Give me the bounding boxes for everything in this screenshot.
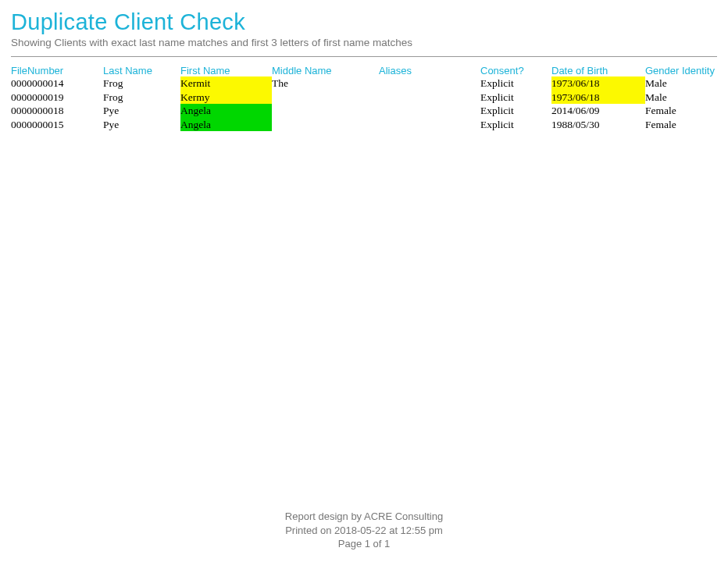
- page-subtitle: Showing Clients with exact last name mat…: [11, 37, 717, 48]
- cell-file-number: 0000000015: [11, 118, 103, 132]
- footer-design-credit: Report design by ACRE Consulting: [0, 510, 728, 524]
- header-divider: [11, 56, 717, 57]
- col-header-middle-name: Middle Name: [272, 65, 379, 76]
- cell-first-name: Angela: [180, 104, 272, 118]
- highlight-yellow: 1973/06/18: [551, 91, 645, 105]
- cell-first-name: Kermy: [180, 91, 272, 105]
- cell-last-name: Pye: [103, 104, 180, 118]
- cell-dob: 1973/06/18: [551, 91, 645, 105]
- cell-consent: Explicit: [480, 118, 551, 132]
- cell-first-name: Kermit: [180, 76, 272, 91]
- cell-middle-name: The: [272, 76, 379, 91]
- table-row: 0000000014FrogKermitTheExplicit1973/06/1…: [11, 76, 717, 91]
- duplicate-client-table: FileNumber Last Name First Name Middle N…: [0, 65, 728, 131]
- cell-last-name: Frog: [103, 91, 180, 105]
- cell-file-number: 0000000014: [11, 76, 103, 91]
- cell-last-name: Frog: [103, 76, 180, 91]
- table-header-row: FileNumber Last Name First Name Middle N…: [11, 65, 717, 76]
- cell-dob: 1988/05/30: [551, 118, 645, 132]
- table-row: 0000000019FrogKermyExplicit1973/06/18Mal…: [11, 91, 717, 105]
- col-header-dob: Date of Birth: [551, 65, 645, 76]
- col-header-gender: Gender Identity: [645, 65, 723, 76]
- cell-first-name: Angela: [180, 118, 272, 132]
- table-row: 0000000015PyeAngelaExplicit1988/05/30Fem…: [11, 118, 717, 132]
- cell-file-number: 0000000018: [11, 104, 103, 118]
- cell-last-name: Pye: [103, 118, 180, 132]
- cell-dob: 2014/06/09: [551, 104, 645, 118]
- cell-consent: Explicit: [480, 91, 551, 105]
- col-header-aliases: Aliases: [379, 65, 480, 76]
- col-header-last-name: Last Name: [103, 65, 180, 76]
- highlight-yellow: Kermy: [180, 91, 272, 105]
- cell-gender: Female: [645, 104, 723, 118]
- highlight-green: Angela: [180, 118, 272, 132]
- col-header-file-number: FileNumber: [11, 65, 103, 76]
- table-row: 0000000018PyeAngelaExplicit2014/06/09Fem…: [11, 104, 717, 118]
- cell-consent: Explicit: [480, 76, 551, 91]
- cell-consent: Explicit: [480, 104, 551, 118]
- cell-gender: Female: [645, 118, 723, 132]
- page-title: Duplicate Client Check: [11, 9, 717, 35]
- table-body: 0000000014FrogKermitTheExplicit1973/06/1…: [11, 76, 717, 131]
- highlight-yellow: 1973/06/18: [551, 76, 645, 91]
- highlight-yellow: Kermit: [180, 76, 272, 91]
- report-footer: Report design by ACRE Consulting Printed…: [0, 510, 728, 551]
- col-header-consent: Consent?: [480, 65, 551, 76]
- cell-file-number: 0000000019: [11, 91, 103, 105]
- cell-dob: 1973/06/18: [551, 76, 645, 91]
- footer-page-number: Page 1 of 1: [0, 537, 728, 551]
- highlight-green: Angela: [180, 104, 272, 118]
- cell-gender: Male: [645, 91, 723, 105]
- col-header-first-name: First Name: [180, 65, 272, 76]
- footer-printed-timestamp: Printed on 2018-05-22 at 12:55 pm: [0, 524, 728, 538]
- cell-gender: Male: [645, 76, 723, 91]
